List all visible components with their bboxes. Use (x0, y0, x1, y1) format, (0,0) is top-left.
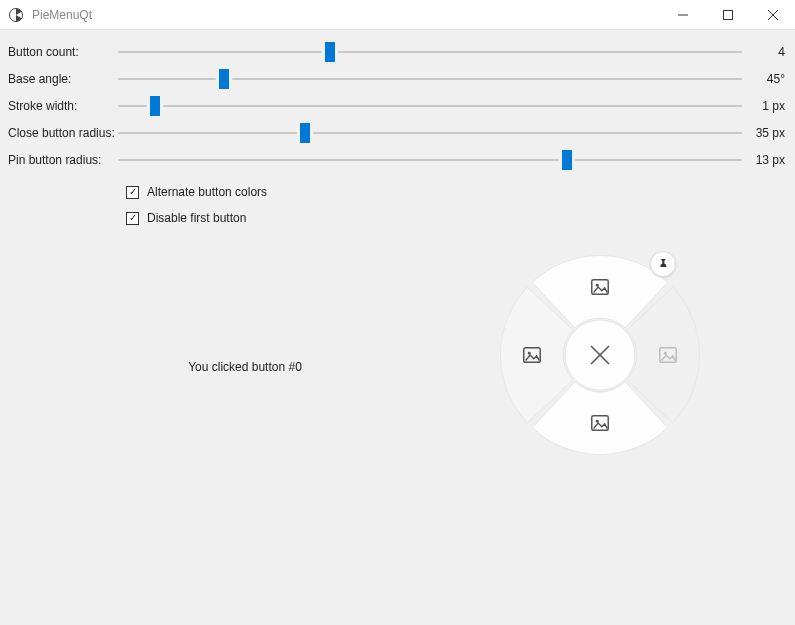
slider-label: Stroke width: (8, 99, 118, 113)
titlebar: PieMenuQt (0, 0, 795, 30)
image-icon (657, 344, 679, 366)
slider-row: Button count:4 (8, 38, 787, 65)
slider-thumb[interactable] (325, 42, 335, 62)
slider-value: 1 px (742, 99, 787, 113)
checkbox-label: Alternate button colors (147, 185, 267, 199)
close-button[interactable] (750, 0, 795, 30)
slider-row: Stroke width:1 px (8, 92, 787, 119)
slider-row: Close button radius:35 px (8, 119, 787, 146)
slider-thumb[interactable] (150, 96, 160, 116)
slider-value: 13 px (742, 153, 787, 167)
slider-label: Pin button radius: (8, 153, 118, 167)
slider-thumb[interactable] (562, 150, 572, 170)
window-title: PieMenuQt (32, 8, 92, 22)
slider-thumb[interactable] (300, 123, 310, 143)
slider-label: Base angle: (8, 72, 118, 86)
slider-thumb[interactable] (219, 69, 229, 89)
slider-label: Button count: (8, 45, 118, 59)
status-text: You clicked button #0 (0, 360, 490, 374)
slider[interactable] (118, 123, 742, 143)
slider-label: Close button radius: (8, 126, 118, 140)
minimize-button[interactable] (660, 0, 705, 30)
app-icon (8, 7, 24, 23)
slider[interactable] (118, 150, 742, 170)
slider-value: 35 px (742, 126, 787, 140)
svg-rect-2 (723, 10, 732, 19)
slider[interactable] (118, 96, 742, 116)
slider-row: Pin button radius:13 px (8, 146, 787, 173)
window-buttons (660, 0, 795, 30)
checkbox[interactable]: ✓ (126, 186, 139, 199)
image-icon (521, 344, 543, 366)
controls-panel: Button count:4Base angle:45°Stroke width… (0, 30, 795, 231)
slider-row: Base angle:45° (8, 65, 787, 92)
pin-icon (657, 257, 669, 272)
slider-value: 4 (742, 45, 787, 59)
checkbox[interactable]: ✓ (126, 212, 139, 225)
pie-menu (500, 255, 700, 455)
slider[interactable] (118, 42, 742, 62)
preview-stage: You clicked button #0 (0, 225, 795, 625)
image-icon (589, 276, 611, 298)
slider-value: 45° (742, 72, 787, 86)
checkbox-row[interactable]: ✓Alternate button colors (126, 179, 787, 205)
image-icon (589, 412, 611, 434)
slider[interactable] (118, 69, 742, 89)
checkbox-label: Disable first button (147, 211, 246, 225)
maximize-button[interactable] (705, 0, 750, 30)
